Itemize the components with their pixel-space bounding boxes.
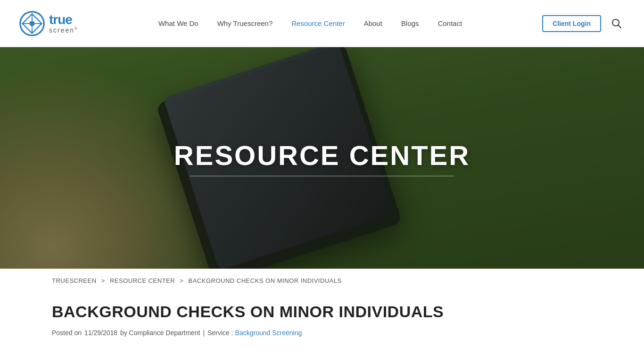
article-title: BACKGROUND CHECKS ON MINOR INDIVIDUALS <box>52 302 592 321</box>
hero-section: RESOURCE CENTER <box>0 47 644 269</box>
search-icon <box>611 18 622 29</box>
breadcrumb-current: BACKGROUND CHECKS ON MINOR INDIVIDUALS <box>189 277 342 284</box>
hero-content: RESOURCE CENTER <box>174 140 470 176</box>
logo-true-text: true <box>49 13 78 26</box>
main-content: BACKGROUND CHECKS ON MINOR INDIVIDUALS P… <box>0 293 644 355</box>
main-nav: What We Do Why Truescreen? Resource Cent… <box>149 15 471 32</box>
article-date: 11/29/2018 <box>84 329 117 337</box>
breadcrumb-sep-1: > <box>101 277 105 284</box>
breadcrumb-sep-2: > <box>180 277 183 284</box>
nav-item-blogs[interactable]: Blogs <box>392 15 429 32</box>
breadcrumb-resource-center[interactable]: RESOURCE CENTER <box>110 277 175 284</box>
by-label: by <box>120 329 127 337</box>
nav-item-what-we-do[interactable]: What We Do <box>149 15 208 32</box>
logo[interactable]: true screen® <box>19 10 78 37</box>
meta-separator: | <box>203 329 205 337</box>
site-header: true screen® What We Do Why Truescreen? … <box>0 0 644 47</box>
article-meta: Posted on 11/29/2018 by Compliance Depar… <box>52 329 592 337</box>
article-author: Compliance Department <box>129 329 200 337</box>
service-link[interactable]: Background Screening <box>235 329 302 337</box>
logo-screen-text: screen® <box>49 26 78 34</box>
breadcrumb-area: TRUESCREEN > RESOURCE CENTER > BACKGROUN… <box>0 269 644 293</box>
nav-item-about[interactable]: About <box>355 15 392 32</box>
breadcrumb: TRUESCREEN > RESOURCE CENTER > BACKGROUN… <box>52 277 592 284</box>
header-right: Client Login <box>542 15 625 32</box>
posted-on-label: Posted on <box>52 329 82 337</box>
nav-item-why-truescreen[interactable]: Why Truescreen? <box>208 15 282 32</box>
search-button[interactable] <box>608 15 625 32</box>
logo-text: true screen® <box>49 13 78 34</box>
nav-item-contact[interactable]: Contact <box>428 15 471 32</box>
svg-point-2 <box>29 21 34 26</box>
nav-item-resource-center[interactable]: Resource Center <box>282 15 354 32</box>
client-login-button[interactable]: Client Login <box>542 15 601 32</box>
hero-title: RESOURCE CENTER <box>174 140 470 171</box>
logo-icon <box>19 10 45 37</box>
hero-divider <box>190 176 454 176</box>
service-label: Service : <box>207 329 233 337</box>
svg-line-8 <box>618 25 621 28</box>
breadcrumb-home[interactable]: TRUESCREEN <box>52 277 97 284</box>
